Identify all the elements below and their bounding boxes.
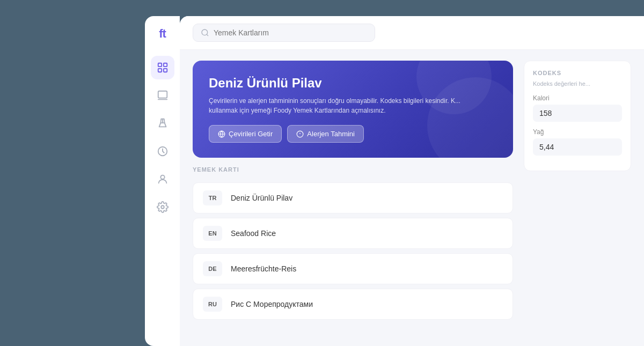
sidebar-item-history[interactable] (151, 139, 174, 163)
lang-badge-de: DE (203, 261, 222, 276)
lang-card-tr: TR Deniz Ürünlü Pilav (193, 182, 513, 214)
yemek-karti-label: YEMEK KARTI (193, 166, 513, 173)
svg-rect-2 (158, 69, 161, 72)
settings-icon (157, 201, 169, 213)
lang-badge-en: EN (203, 226, 222, 241)
svg-point-10 (202, 30, 208, 35)
lang-text-ru: Рис С Морепродуктами (231, 300, 313, 308)
sidebar: ft (145, 16, 180, 346)
svg-point-8 (160, 175, 164, 179)
kalori-value: 158 (533, 105, 622, 122)
hero-actions: Çevirileri Getir Alerjen Tahmini (209, 125, 497, 143)
left-panel: Deniz Ürünlü Pilav Çevirilerin ve alerje… (193, 61, 513, 335)
lab-icon (157, 117, 169, 129)
svg-rect-0 (158, 63, 161, 67)
lang-text-de: Meeresfrüchte-Reis (231, 264, 296, 273)
search-container[interactable] (193, 24, 375, 42)
lang-text-en: Seafood Rice (231, 229, 276, 238)
sidebar-item-profile[interactable] (151, 167, 174, 191)
lang-badge-ru: RU (203, 297, 222, 312)
globe-icon (218, 130, 225, 138)
hero-title: Deniz Ürünlü Pilav (209, 76, 497, 91)
logo-text: ft (159, 27, 166, 40)
left-background: ft (0, 0, 180, 346)
kodeks-description: Kodeks değerleri he... (533, 80, 622, 87)
yag-value: 5,44 (533, 138, 622, 156)
lang-text-tr: Deniz Ürünlü Pilav (231, 194, 292, 202)
lang-card-en: EN Seafood Rice (193, 218, 513, 249)
right-panel: KODEKS Kodeks değerleri he... Kalori 158… (524, 61, 631, 335)
dashboard-icon (157, 62, 169, 73)
yag-label: Yağ (533, 128, 622, 136)
main-content: Deniz Ürünlü Pilav Çevirilerin ve alerje… (180, 16, 644, 346)
sidebar-item-dashboard[interactable] (151, 56, 174, 79)
svg-rect-3 (163, 69, 166, 72)
sidebar-item-menu[interactable] (151, 84, 174, 107)
lang-card-ru: RU Рис С Морепродуктами (193, 289, 513, 320)
hero-description: Çevirilerin ve alerjen tahmininin sonuçl… (209, 96, 466, 115)
app-logo: ft (159, 27, 166, 41)
kodeks-card: KODEKS Kodeks değerleri he... Kalori 158… (524, 61, 631, 171)
search-input[interactable] (214, 28, 367, 37)
allergen-button[interactable]: Alerjen Tahmini (287, 125, 364, 143)
kodeks-title: KODEKS (533, 70, 622, 76)
history-icon (157, 145, 169, 157)
svg-point-9 (161, 205, 164, 209)
sidebar-item-lab[interactable] (151, 112, 174, 135)
allergen-icon (296, 130, 304, 138)
svg-rect-1 (163, 63, 166, 67)
lang-cards: TR Deniz Ürünlü Pilav EN Seafood Rice DE… (193, 182, 513, 320)
menu-icon (157, 90, 169, 101)
sidebar-item-settings[interactable] (151, 195, 174, 219)
search-icon (201, 28, 209, 37)
translations-button[interactable]: Çevirileri Getir (209, 125, 282, 143)
svg-rect-4 (158, 91, 167, 98)
svg-line-11 (207, 34, 208, 36)
kalori-label: Kalori (533, 94, 622, 102)
hero-banner: Deniz Ürünlü Pilav Çevirilerin ve alerje… (193, 61, 513, 158)
lang-card-de: DE Meeresfrüchte-Reis (193, 253, 513, 284)
header (180, 16, 644, 50)
content-area: Deniz Ürünlü Pilav Çevirilerin ve alerje… (180, 50, 644, 346)
lang-badge-tr: TR (203, 190, 222, 205)
profile-icon (157, 173, 169, 185)
